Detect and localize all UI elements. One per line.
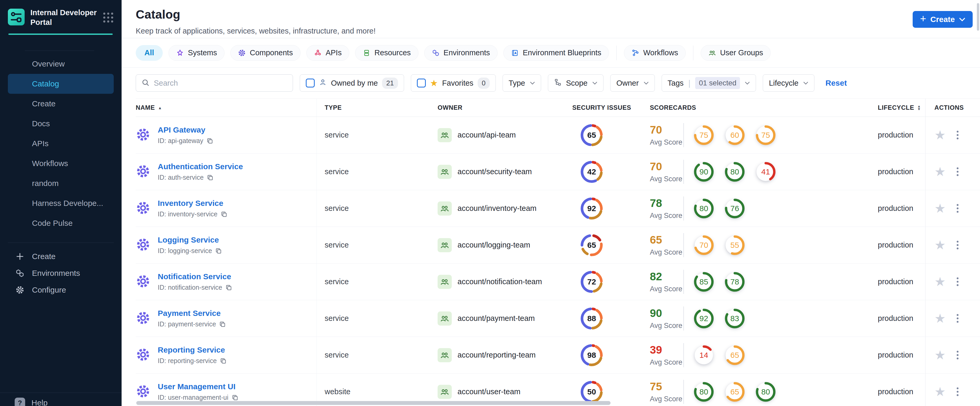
security-issues-donut[interactable]: 88: [579, 306, 604, 331]
row-menu-button[interactable]: [955, 166, 960, 178]
scorecard-ring[interactable]: 65: [723, 344, 746, 367]
tab-environment-blueprints[interactable]: Environment Blueprints: [503, 45, 609, 61]
vertical-scrollbar[interactable]: [977, 3, 979, 31]
entity-name-link[interactable]: Payment Service: [158, 309, 226, 318]
row-menu-button[interactable]: [955, 276, 960, 288]
security-issues-donut[interactable]: 65: [579, 233, 604, 258]
security-issues-donut[interactable]: 72: [579, 269, 604, 294]
security-issues-donut[interactable]: 42: [579, 159, 604, 184]
scorecard-ring[interactable]: 78: [723, 270, 746, 293]
sidebar-item-help[interactable]: ? Help: [0, 393, 122, 406]
scorecard-ring[interactable]: 60: [723, 124, 746, 147]
scorecard-ring[interactable]: 75: [692, 124, 715, 147]
entity-name-link[interactable]: API Gateway: [158, 125, 213, 134]
favorites-checkbox[interactable]: [417, 79, 426, 87]
tab-user-groups[interactable]: User Groups: [701, 45, 771, 61]
entity-name-link[interactable]: User Management UI: [158, 382, 239, 391]
favorite-star-button[interactable]: ★: [934, 276, 946, 288]
lifecycle-cell: production: [865, 227, 925, 263]
horizontal-scrollbar[interactable]: [136, 401, 611, 405]
row-menu-button[interactable]: [955, 386, 960, 398]
security-issues-donut[interactable]: 92: [579, 196, 604, 221]
entity-name-link[interactable]: Notification Service: [158, 272, 232, 281]
sidebar-item-catalog[interactable]: Catalog: [8, 74, 114, 94]
favorite-star-button[interactable]: ★: [934, 202, 946, 215]
search-input[interactable]: [154, 79, 288, 87]
sidebar-item-workflows[interactable]: Workflows: [8, 154, 114, 173]
entity-name-link[interactable]: Inventory Service: [158, 199, 228, 208]
favorite-star-button[interactable]: ★: [934, 239, 946, 251]
tab-components[interactable]: Components: [230, 45, 300, 61]
scorecard-ring[interactable]: 55: [723, 234, 746, 257]
apps-grid-icon[interactable]: [103, 13, 113, 22]
sidebar-item-environments[interactable]: Environments: [0, 265, 122, 282]
owned-by-me-checkbox[interactable]: [306, 79, 315, 87]
security-issues-donut[interactable]: 98: [579, 343, 604, 368]
copy-icon[interactable]: [219, 321, 226, 328]
entity-name-link[interactable]: Logging Service: [158, 235, 222, 244]
owner-dropdown[interactable]: Owner: [610, 75, 655, 92]
favorite-star-button[interactable]: ★: [934, 385, 946, 398]
favorite-star-button[interactable]: ★: [934, 312, 946, 325]
sidebar-item-create[interactable]: Create: [8, 94, 114, 114]
tab-workflows[interactable]: Workflows: [624, 45, 686, 61]
sidebar-item-docs[interactable]: Docs: [8, 114, 114, 133]
tab-environments[interactable]: Environments: [424, 45, 498, 61]
copy-icon[interactable]: [207, 174, 213, 181]
security-issues-donut[interactable]: 65: [579, 122, 604, 148]
copy-icon[interactable]: [225, 284, 232, 291]
favorite-star-button[interactable]: ★: [934, 349, 946, 362]
favorite-star-button[interactable]: ★: [934, 129, 946, 141]
column-header-name[interactable]: NAME ▲: [136, 99, 317, 117]
security-issues-donut[interactable]: 50: [579, 379, 604, 404]
favorites-filter[interactable]: ★ Favorites 0: [411, 75, 496, 92]
scorecard-ring[interactable]: 14: [692, 344, 715, 367]
scorecard-ring[interactable]: 76: [723, 197, 746, 220]
type-cell: service: [317, 300, 438, 336]
sidebar-item-create[interactable]: Create: [0, 248, 122, 265]
scorecard-ring[interactable]: 80: [723, 160, 746, 183]
tab-all[interactable]: All: [136, 45, 163, 61]
scorecard-ring[interactable]: 90: [692, 160, 715, 183]
tab-systems[interactable]: Systems: [169, 45, 224, 61]
entity-name-link[interactable]: Authentication Service: [158, 162, 243, 171]
copy-icon[interactable]: [215, 247, 222, 254]
scorecard-ring[interactable]: 75: [754, 124, 777, 147]
tab-resources[interactable]: Resources: [355, 45, 418, 61]
row-menu-button[interactable]: [955, 129, 960, 141]
scorecard-ring[interactable]: 41: [754, 160, 777, 183]
entity-name-link[interactable]: Reporting Service: [158, 346, 227, 354]
scorecard-ring[interactable]: 65: [723, 380, 746, 403]
scorecard-ring[interactable]: 85: [692, 270, 715, 293]
row-menu-button[interactable]: [955, 203, 960, 214]
row-menu-button[interactable]: [955, 312, 960, 324]
row-menu-button[interactable]: [955, 239, 960, 251]
tab-apis[interactable]: APIs: [306, 45, 349, 61]
copy-icon[interactable]: [220, 358, 227, 364]
create-button[interactable]: + Create: [913, 11, 973, 28]
scorecard-ring[interactable]: 83: [723, 307, 746, 330]
reset-button[interactable]: Reset: [826, 79, 847, 87]
copy-icon[interactable]: [221, 211, 228, 218]
copy-icon[interactable]: [207, 138, 213, 144]
scorecard-ring[interactable]: 92: [692, 307, 715, 330]
scope-dropdown[interactable]: Scope: [548, 75, 603, 92]
scorecard-ring[interactable]: 80: [692, 197, 715, 220]
column-header-lifecycle[interactable]: LIFECYCLE ▲▼: [865, 99, 925, 117]
type-dropdown[interactable]: Type: [503, 75, 541, 92]
tags-dropdown[interactable]: Tags | 01 selected: [662, 75, 756, 92]
scorecard-ring[interactable]: 80: [754, 380, 777, 403]
sidebar-item-random[interactable]: random: [8, 173, 114, 193]
copy-icon[interactable]: [232, 394, 239, 401]
sidebar-item-harness-develope[interactable]: Harness Develope...: [8, 193, 114, 213]
sidebar-item-apis[interactable]: APIs: [8, 133, 114, 154]
scorecard-ring[interactable]: 80: [692, 380, 715, 403]
sidebar-item-overview[interactable]: Overview: [8, 54, 114, 74]
row-menu-button[interactable]: [955, 349, 960, 361]
scorecard-ring[interactable]: 70: [692, 234, 715, 257]
owned-by-me-filter[interactable]: Owned by me 21: [300, 75, 404, 92]
sidebar-item-code-pulse[interactable]: Code Pulse: [8, 213, 114, 233]
favorite-star-button[interactable]: ★: [934, 165, 946, 178]
sidebar-item-configure[interactable]: Configure: [0, 282, 122, 298]
lifecycle-dropdown[interactable]: Lifecycle: [763, 75, 815, 92]
